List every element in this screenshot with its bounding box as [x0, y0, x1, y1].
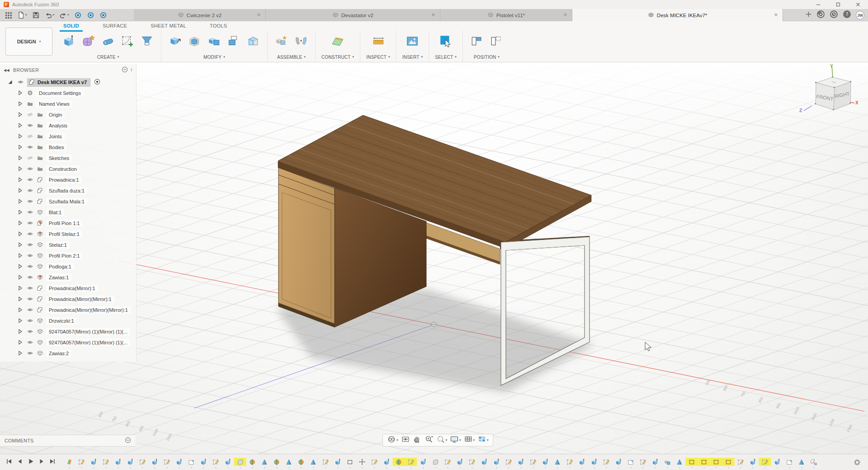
timeline-feature-extrude[interactable] [517, 458, 525, 466]
viewcube[interactable]: Y X Z FRONT RIGHT TOP [797, 62, 865, 130]
timeline-feature-extrude[interactable] [456, 458, 464, 466]
browser-tree-item[interactable]: Origin [0, 109, 136, 120]
timeline-feature-rect[interactable] [346, 458, 354, 466]
browser-tree-item[interactable]: Profil Pion 2:1 [0, 250, 136, 261]
timeline-feature-component[interactable] [810, 458, 818, 466]
cylinder-button[interactable] [100, 34, 116, 50]
browser-root-item[interactable]: Desk MICKE IKEA v7 [0, 77, 136, 88]
browser-tree-item[interactable]: Zawias:1 [0, 272, 136, 283]
create-sketch-button[interactable] [119, 34, 136, 50]
document-tab[interactable]: Devastator v2× [266, 9, 440, 21]
display-settings-button[interactable]: ▾ [450, 435, 461, 446]
document-tab[interactable]: Desk MICKE IKEAv7*× [572, 9, 783, 21]
timeline-feature-extrude[interactable] [114, 458, 122, 466]
new-tab-plus-icon[interactable] [805, 11, 812, 19]
visibility-eye-icon[interactable] [27, 296, 33, 303]
document-tab[interactable]: Pistolet v11*× [440, 9, 572, 21]
close-tab-icon[interactable]: × [431, 12, 435, 18]
visibility-eye-icon[interactable] [27, 242, 33, 249]
browser-tree-item[interactable]: Document Settings [0, 88, 136, 99]
job-status-clock-icon[interactable] [830, 10, 838, 20]
ribbon-tab-sheet-metal[interactable]: SHEET METAL [147, 22, 190, 32]
timeline-feature-mirror[interactable] [700, 458, 708, 466]
comments-panel[interactable]: COMMENTS [0, 435, 136, 446]
form-button[interactable] [80, 34, 97, 50]
timeline-feature-combine[interactable] [663, 458, 671, 466]
browser-tree-item[interactable]: Blat:1 [0, 207, 136, 218]
capture-position-button[interactable] [469, 34, 485, 50]
timeline-feature-sketch[interactable] [505, 458, 513, 466]
timeline-feature-extrude[interactable] [651, 458, 659, 466]
expand-arrow-icon[interactable] [17, 220, 23, 227]
joint-button[interactable] [293, 34, 309, 50]
expand-arrow-icon[interactable] [17, 90, 23, 97]
timeline-feature-mirror[interactable] [688, 458, 696, 466]
construction-plane-button[interactable] [330, 34, 346, 50]
browser-tree-item[interactable]: Prowadnica(Mirror):1 [0, 283, 136, 294]
go-to-start-button[interactable] [5, 458, 13, 467]
expand-arrow-icon[interactable] [17, 112, 23, 118]
expand-arrow-icon[interactable] [17, 242, 23, 249]
zoom-button[interactable] [425, 435, 434, 446]
collapse-panel-icon[interactable]: ◀◀ [4, 68, 9, 72]
timeline-feature-sketch[interactable] [468, 458, 476, 466]
browser-tree-item[interactable]: Analysis [0, 120, 136, 131]
visibility-eye-icon[interactable] [27, 318, 33, 324]
visibility-eye-icon[interactable] [27, 329, 33, 335]
timeline-feature-fillet[interactable] [236, 458, 244, 466]
avatar[interactable]: JW [856, 11, 864, 19]
timeline-feature-extrude[interactable] [590, 458, 598, 466]
expand-arrow-icon[interactable] [17, 133, 23, 140]
new-component-button[interactable] [274, 34, 290, 50]
file-icon[interactable]: ▾ [17, 11, 27, 19]
expand-arrow-icon[interactable] [17, 198, 23, 205]
timeline-feature-extrude[interactable] [382, 458, 391, 466]
timeline-feature-cone[interactable] [309, 458, 317, 466]
redo-icon[interactable]: ▾ [59, 11, 69, 19]
document-tab[interactable]: Cwiczenie 2 v2× [134, 9, 266, 21]
timeline-feature-sketch[interactable] [163, 458, 171, 466]
step-back-button[interactable] [16, 458, 24, 467]
browser-tree-item[interactable]: Sketches [0, 153, 136, 164]
save-icon[interactable] [32, 11, 40, 19]
browser-tree-item[interactable]: Construction [0, 164, 136, 174]
timeline-feature-boxfill[interactable] [187, 458, 195, 466]
visibility-eye-icon[interactable] [27, 253, 33, 259]
timeline-feature-sketch[interactable] [602, 458, 610, 466]
ribbon-group-label[interactable]: CONSTRUCT▾ [321, 53, 354, 61]
shell-button[interactable] [187, 34, 203, 50]
timeline-feature-extrude[interactable] [419, 458, 427, 466]
go-to-end-button[interactable] [49, 458, 56, 467]
extensions-icon[interactable] [816, 10, 825, 20]
expand-arrow-icon[interactable] [17, 296, 23, 303]
browser-tree-item[interactable]: Szuflada duza:1 [0, 185, 136, 196]
pan-button[interactable] [413, 435, 422, 446]
ribbon-group-label[interactable]: POSITION▾ [474, 53, 500, 61]
visibility-eye-icon[interactable] [27, 274, 33, 281]
expand-arrow-icon[interactable] [17, 188, 23, 194]
timeline-feature-move[interactable] [358, 458, 366, 466]
browser-tree-item[interactable]: Named Views [0, 99, 136, 109]
window-zoom-button[interactable]: ▾ [436, 435, 448, 446]
timeline-feature-revolve[interactable] [297, 458, 305, 466]
maximize-icon[interactable] [828, 0, 848, 9]
close-tab-icon[interactable]: × [563, 12, 567, 18]
timeline-feature-sketch[interactable] [370, 458, 378, 466]
ribbon-group-label[interactable]: INSERT▾ [402, 53, 423, 61]
comments-toggle-icon[interactable] [125, 437, 131, 444]
timeline-feature-sketch[interactable] [529, 458, 537, 466]
browser-tree-item[interactable]: Drzwiczki:1 [0, 315, 136, 326]
visibility-eye-icon[interactable] [27, 339, 33, 346]
app-grid-icon[interactable] [5, 11, 12, 19]
timeline-feature-plane[interactable] [65, 458, 73, 466]
timeline-feature-extrude[interactable] [90, 458, 98, 466]
timeline-feature-cone[interactable] [260, 458, 269, 466]
expand-arrow-icon[interactable] [17, 274, 23, 281]
timeline-feature-extrude[interactable] [541, 458, 549, 466]
timeline-feature-extrude[interactable] [224, 458, 232, 466]
ribbon-group-label[interactable]: MODIFY▾ [203, 53, 225, 61]
select-button[interactable] [438, 34, 454, 50]
timeline-feature-sketch[interactable] [443, 458, 452, 466]
timeline-feature-extrude[interactable] [126, 458, 134, 466]
ribbon-tab-tools[interactable]: TOOLS [206, 22, 231, 32]
